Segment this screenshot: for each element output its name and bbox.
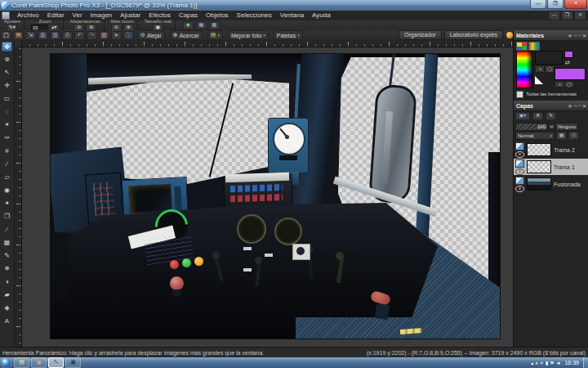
tool-airbrush[interactable]: ✵ <box>2 264 12 274</box>
canvas-area[interactable] <box>15 40 513 347</box>
tool-pan[interactable]: ✥ <box>2 42 12 52</box>
tool-paint-brush[interactable]: ✎ <box>2 251 12 261</box>
panel-float-icon[interactable]: ▫ <box>579 33 581 38</box>
grid-icon[interactable]: ▦ <box>196 21 207 29</box>
swap-colors-icon[interactable]: ⇄ <box>565 60 570 66</box>
show-desktop-button[interactable] <box>583 357 588 368</box>
tray-bluetooth-icon[interactable]: ✦ <box>540 360 544 366</box>
palettes-dropdown[interactable]: Paletas ▾ <box>274 30 303 40</box>
foreground-mini-swatch[interactable] <box>564 51 573 58</box>
snap-icon[interactable]: ▩ <box>209 21 220 29</box>
doc-close-button[interactable]: ✕ <box>574 11 586 20</box>
organizer-button[interactable]: Organizador <box>399 30 442 40</box>
tool-eraser[interactable]: ▰ <box>2 290 12 300</box>
save-button[interactable]: ▥ <box>38 31 48 40</box>
info-button[interactable]: ⓘ <box>123 31 134 40</box>
tool-crop[interactable]: # <box>2 146 12 156</box>
layer-visibility-icon[interactable] <box>515 186 524 192</box>
enhance-photo-dropdown[interactable]: Mejorar foto ▾ <box>228 30 269 40</box>
foreground-transparency-button[interactable]: ◯ <box>545 65 555 73</box>
minimize-button[interactable]: — <box>530 0 546 9</box>
tool-move[interactable]: ✛ <box>2 81 12 91</box>
tool-lighten-darken[interactable]: ◑ <box>2 277 12 287</box>
menu-ayuda[interactable]: Ayuda <box>308 11 335 20</box>
layer-row-trama2[interactable]: Trama 2 <box>514 141 588 158</box>
tool-scratch-remover[interactable]: ⁄ <box>2 225 12 235</box>
layer-row-trama1[interactable]: Trama 1 <box>514 159 588 175</box>
layer-row-fusionada[interactable]: Fusionada <box>514 176 588 192</box>
tray-action-center-icon[interactable]: ⚑ <box>550 360 554 366</box>
open-file-button[interactable]: ▤ <box>13 31 24 40</box>
taskbar-viewer-button[interactable]: ▣ <box>65 357 81 368</box>
doc-minimize-button[interactable]: — <box>548 11 560 20</box>
tool-magic-wand[interactable]: ✶ <box>2 120 12 130</box>
tool-object-remover[interactable]: ▦ <box>2 238 12 248</box>
tool-red-eye[interactable]: ◉ <box>2 186 12 195</box>
tool-freehand-selection[interactable]: ◌ <box>2 107 12 117</box>
tool-text[interactable]: A <box>2 316 12 326</box>
taskbar-media-button[interactable]: ◉ <box>31 357 47 368</box>
hue-strip[interactable] <box>516 51 533 88</box>
tool-clone[interactable]: ❐ <box>2 212 12 222</box>
edit-image-button[interactable]: ▧ <box>99 31 109 40</box>
panel-float-icon[interactable]: ▫ <box>579 103 581 109</box>
close-button[interactable]: ✕ <box>564 0 587 9</box>
import-button[interactable]: ⇲ <box>25 31 36 40</box>
fit-window-icon[interactable]: ◆ <box>183 21 194 29</box>
zoom-out-button[interactable]: ⊖ Alejar <box>137 30 165 40</box>
tool-straighten[interactable]: ∕ <box>2 159 12 169</box>
foreground-style-button[interactable]: ◑ <box>535 65 545 73</box>
browse-dropdown-button[interactable]: ▤ ▾ <box>207 30 223 40</box>
layer-visibility-icon[interactable] <box>515 151 524 158</box>
tool-pick[interactable]: ↖ <box>2 68 12 78</box>
background-swatch[interactable] <box>555 68 586 80</box>
tool-makeover[interactable]: ✦ <box>2 199 12 209</box>
layer-opacity-slider[interactable]: 100 <box>515 123 548 131</box>
all-tools-checkbox[interactable] <box>516 91 523 98</box>
maximize-button[interactable]: ❐ <box>547 0 564 9</box>
save-as-button[interactable]: ▥ <box>50 31 60 40</box>
panel-close-icon[interactable]: ✕ <box>582 33 586 38</box>
menu-objetos[interactable]: Objetos <box>202 11 233 20</box>
document-image[interactable] <box>51 54 500 339</box>
foreground-swatch[interactable] <box>535 51 563 65</box>
start-button[interactable] <box>2 358 11 367</box>
link-icon[interactable]: ∞ <box>550 123 554 129</box>
tool-perspective[interactable]: ▱ <box>2 173 12 182</box>
doc-restore-button[interactable]: ❐ <box>561 11 573 20</box>
delete-layer-button[interactable]: ✖ <box>532 112 543 120</box>
print-button[interactable]: ⎙ <box>62 31 73 40</box>
panel-close-icon[interactable]: ✕ <box>582 103 586 109</box>
menu-selecciones[interactable]: Selecciones <box>233 11 276 20</box>
panel-minimize-icon[interactable]: ─ <box>574 103 577 109</box>
express-lab-button[interactable]: Laboratorio exprés <box>444 30 503 40</box>
edit-layer-button[interactable]: ✎ <box>546 112 556 120</box>
new-layer-button[interactable]: ▣▾ <box>515 112 530 120</box>
layer-visibility-icon[interactable] <box>515 168 524 175</box>
clock[interactable]: 16:39 <box>564 360 579 366</box>
tool-selection[interactable]: ▭ <box>2 94 12 104</box>
notification-icon[interactable] <box>506 32 513 38</box>
panel-pin-icon[interactable]: ✛ <box>568 103 572 109</box>
tool-flood-fill[interactable]: ◈ <box>2 303 12 313</box>
tray-expand-icon[interactable]: ▴ <box>531 360 533 366</box>
materials-tab-rainbow[interactable] <box>528 42 540 51</box>
materials-tab-frame[interactable] <box>516 42 528 51</box>
redo-button[interactable]: ↷ <box>87 31 97 40</box>
taskbar-paintshop-button[interactable]: ✎ <box>48 357 64 368</box>
lock-transparency-icon[interactable]: ▦ <box>556 132 567 140</box>
menu-ventana[interactable]: Ventana <box>276 11 308 20</box>
tool-dropper[interactable]: ✑ <box>2 133 12 143</box>
background-transparency-button[interactable]: ◯ <box>564 81 574 88</box>
tray-volume-icon[interactable]: ◄ <box>556 361 561 366</box>
zoom-in-button[interactable]: ⊕ Acercar <box>170 30 203 40</box>
lock-icon[interactable]: ⚿ <box>568 132 579 140</box>
background-style-button[interactable]: ◑ <box>555 81 564 88</box>
panel-pin-icon[interactable]: ✛ <box>568 33 572 38</box>
undo-button[interactable]: ↶ <box>74 31 85 40</box>
taskbar-explorer-button[interactable]: ▤ <box>14 357 29 368</box>
tray-update-icon[interactable]: ● <box>535 361 538 366</box>
tray-network-icon[interactable]: ▮ <box>546 360 548 366</box>
panel-minimize-icon[interactable]: ─ <box>574 33 577 38</box>
share-button[interactable]: ➤ <box>111 31 122 40</box>
